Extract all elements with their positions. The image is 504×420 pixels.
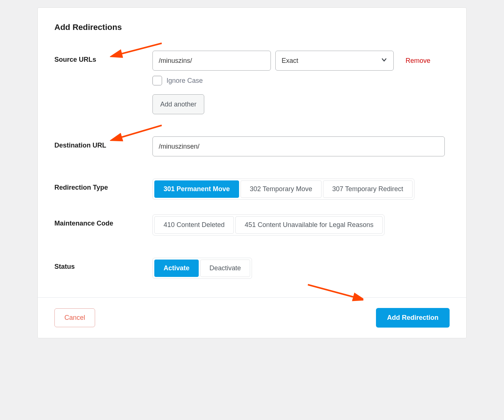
redirection-type-label-col: Redirection Type xyxy=(54,179,152,192)
status-field-col: Activate Deactivate xyxy=(152,258,450,279)
destination-url-label: Destination URL xyxy=(54,142,106,149)
ignore-case-row: Ignore Case xyxy=(152,76,450,85)
destination-url-row: Destination URL xyxy=(54,136,450,156)
source-url-entry: Exact Remove xyxy=(152,51,450,71)
card-body: Add Redirections Source URLs xyxy=(38,8,466,297)
source-url-input[interactable] xyxy=(152,51,271,71)
source-urls-label: Source URLs xyxy=(54,56,96,63)
add-another-button[interactable]: Add another xyxy=(152,94,204,114)
maintenance-code-row: Maintenance Code 410 Content Deleted 451… xyxy=(54,214,450,236)
maintenance-code-label-col: Maintenance Code xyxy=(54,214,152,227)
redirection-type-label: Redirection Type xyxy=(54,184,108,191)
maintenance-code-option-410[interactable]: 410 Content Deleted xyxy=(154,216,234,234)
card-footer: Cancel Add Redirection xyxy=(38,297,466,338)
add-redirections-card: Add Redirections Source URLs xyxy=(37,7,467,338)
maintenance-code-label: Maintenance Code xyxy=(54,220,113,227)
redirection-type-row: Redirection Type 301 Permanent Move 302 … xyxy=(54,179,450,200)
source-urls-field-col: Exact Remove Ignore Case Add another xyxy=(152,51,450,114)
card-title: Add Redirections xyxy=(54,23,450,32)
svg-line-1 xyxy=(119,125,162,138)
destination-url-label-col: Destination URL xyxy=(54,136,152,149)
status-option-activate[interactable]: Activate xyxy=(154,260,199,277)
ignore-case-label[interactable]: Ignore Case xyxy=(167,77,203,85)
status-toggle-group: Activate Deactivate xyxy=(152,258,252,279)
ignore-case-checkbox[interactable] xyxy=(152,76,162,85)
match-type-select[interactable]: Exact xyxy=(275,51,394,71)
redirection-type-toggle-group: 301 Permanent Move 302 Temporary Move 30… xyxy=(152,179,414,200)
maintenance-code-toggle-group: 410 Content Deleted 451 Content Unavaila… xyxy=(152,214,384,236)
destination-url-field-col xyxy=(152,136,450,156)
destination-url-input[interactable] xyxy=(152,136,445,156)
maintenance-code-field-col: 410 Content Deleted 451 Content Unavaila… xyxy=(152,214,450,236)
source-urls-row: Source URLs Exact xyxy=(54,51,450,114)
status-option-deactivate[interactable]: Deactivate xyxy=(200,260,250,277)
cancel-button[interactable]: Cancel xyxy=(54,308,95,327)
status-row: Status Activate Deactivate xyxy=(54,258,450,279)
redirection-type-option-301[interactable]: 301 Permanent Move xyxy=(154,180,239,198)
remove-source-link[interactable]: Remove xyxy=(406,57,430,65)
source-urls-label-col: Source URLs xyxy=(54,51,152,64)
status-label-col: Status xyxy=(54,258,152,271)
redirection-type-option-307[interactable]: 307 Temporary Redirect xyxy=(323,180,413,198)
redirection-type-option-302[interactable]: 302 Temporary Move xyxy=(241,180,322,198)
match-type-select-wrap: Exact xyxy=(275,51,394,71)
maintenance-code-option-451[interactable]: 451 Content Unavailable for Legal Reason… xyxy=(235,216,383,234)
add-redirection-button[interactable]: Add Redirection xyxy=(376,308,450,328)
redirection-type-field-col: 301 Permanent Move 302 Temporary Move 30… xyxy=(152,179,450,200)
status-label: Status xyxy=(54,263,75,270)
